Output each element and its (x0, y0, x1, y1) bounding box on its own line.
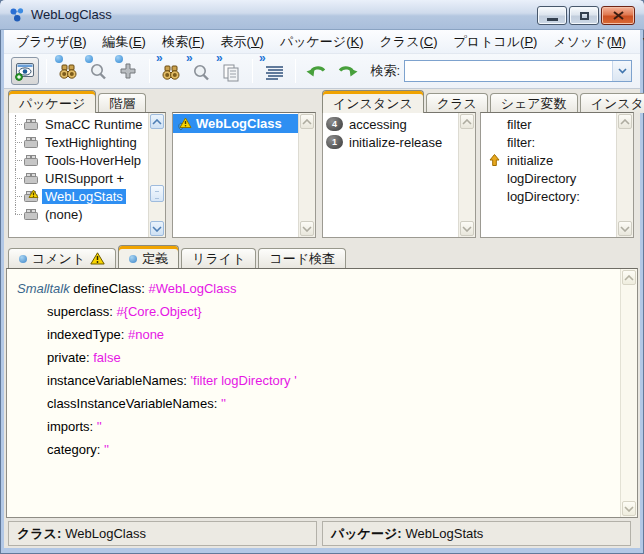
open-browser-button[interactable] (11, 57, 39, 85)
package-scrollbar[interactable] (148, 113, 165, 237)
method-label: logDirectory: (507, 189, 580, 204)
copy-references-icon (220, 60, 242, 82)
code-line: superclass: #{Core.Object} (17, 300, 620, 323)
tab-hierarchy[interactable]: 階層 (98, 93, 146, 113)
scroll-up-button[interactable] (300, 114, 314, 129)
tab-packages[interactable]: パッケージ (8, 90, 96, 113)
undo-button[interactable] (303, 57, 331, 85)
implementors-button[interactable]: » (157, 57, 185, 85)
scroll-up-button[interactable] (618, 114, 632, 129)
search-input[interactable] (405, 61, 612, 81)
package-label: SmaCC Runtime (42, 117, 146, 132)
tab-label: リライト (192, 250, 245, 268)
maximize-button[interactable] (569, 6, 599, 25)
scroll-up-button[interactable] (150, 114, 164, 129)
search-dropdown-button[interactable] (612, 61, 631, 81)
method-label: filter: (507, 135, 535, 150)
scrollbar-thumb[interactable] (150, 185, 164, 202)
menu-class[interactable]: クラスC (372, 30, 446, 54)
method-list-item[interactable]: filter: (481, 133, 616, 151)
method-list-item[interactable]: logDirectory (481, 169, 616, 187)
package-list-item[interactable]: (none) (9, 205, 148, 223)
class-dot-icon (85, 55, 93, 63)
package-list: SmaCC Runtime TextHighlighting Tools-Hov… (9, 113, 148, 237)
chevrons-icon: » (259, 52, 266, 64)
title-bar[interactable]: WebLogClass (0, 0, 644, 30)
menu-edit[interactable]: 編集E (95, 30, 154, 54)
method-list-item[interactable]: filter (481, 115, 616, 133)
method-count-badge: 1 (326, 135, 343, 149)
tab-label: インスタンス変数 (591, 95, 644, 113)
add-class-button[interactable] (114, 57, 142, 85)
class-scrollbar[interactable] (298, 113, 315, 237)
tab-instance[interactable]: インスタンス (322, 90, 424, 113)
class-list-item-selected[interactable]: WebLogClass (173, 114, 298, 133)
protocol-scrollbar[interactable] (458, 113, 475, 237)
scroll-down-button[interactable] (618, 221, 632, 236)
toolbar-separator (295, 59, 296, 83)
close-icon (613, 11, 624, 20)
class-list: WebLogClass (173, 113, 298, 237)
scroll-up-button[interactable] (622, 270, 636, 285)
package-list-item[interactable]: SmaCC Runtime (9, 115, 148, 133)
package-list-item[interactable]: URISupport + (9, 169, 148, 187)
redo-button[interactable] (333, 57, 361, 85)
scroll-up-button[interactable] (460, 114, 474, 129)
scroll-down-button[interactable] (622, 501, 636, 516)
package-list-pane: SmaCC Runtime TextHighlighting Tools-Hov… (8, 112, 166, 238)
scroll-down-button[interactable] (460, 221, 474, 236)
menu-tools[interactable]: ツール (634, 30, 644, 54)
tab-rewrite[interactable]: リライト (181, 248, 256, 268)
tab-comment[interactable]: コメント (8, 248, 116, 268)
status-class-label: クラス: (17, 525, 61, 543)
package-list-item-selected[interactable]: WebLogStats (9, 187, 148, 205)
method-list-button[interactable]: » (260, 57, 288, 85)
code-editor[interactable]: Smalltalk defineClass: #WebLogClass supe… (7, 269, 620, 517)
menu-method[interactable]: メソッドM (545, 30, 634, 54)
browse-class-button[interactable] (84, 57, 112, 85)
package-list-item[interactable]: TextHighlighting (9, 133, 148, 151)
menu-protocol[interactable]: プロトコルP (446, 30, 546, 54)
tab-definition[interactable]: 定義 (118, 245, 179, 268)
protocol-list-item[interactable]: 4 accessing (323, 115, 458, 133)
method-scrollbar[interactable] (616, 113, 633, 237)
tab-instance-variables[interactable]: インスタンス変数 (580, 93, 644, 113)
redo-icon (335, 60, 359, 82)
undo-icon (305, 60, 329, 82)
package-list-item[interactable]: Tools-HoverHelp (9, 151, 148, 169)
chevron-up-icon (462, 119, 472, 125)
scroll-down-button[interactable] (300, 221, 314, 236)
tab-label: シェア変数 (501, 95, 567, 113)
method-label: logDirectory (507, 171, 576, 186)
minimize-button[interactable] (537, 6, 567, 25)
toolbar-separator (46, 59, 47, 83)
senders-button[interactable]: » (187, 57, 215, 85)
method-label: initialize (507, 153, 553, 168)
menu-package[interactable]: パッケージK (272, 30, 372, 54)
find-class-button[interactable] (54, 57, 82, 85)
status-package-panel: パッケージ: WebLogStats (322, 521, 631, 546)
code-line: imports: '' (17, 415, 620, 438)
menu-browser[interactable]: ブラウザB (8, 30, 95, 54)
method-label: filter (507, 117, 532, 132)
tab-class[interactable]: クラス (426, 93, 488, 113)
method-list-item[interactable]: logDirectory: (481, 187, 616, 205)
method-count-badge: 4 (326, 117, 343, 131)
tab-shared-variables[interactable]: シェア変数 (490, 93, 578, 113)
search-label: 検索: (370, 62, 400, 80)
class-list-pane: WebLogClass (172, 112, 316, 238)
tab-code-critic[interactable]: コード検査 (258, 248, 346, 268)
method-list-item[interactable]: initialize (481, 151, 616, 169)
code-scrollbar[interactable] (620, 269, 637, 517)
close-button[interactable] (601, 6, 635, 25)
browse-class-icon (87, 60, 109, 82)
tree-line (11, 151, 23, 169)
toolbar-separator (252, 59, 253, 83)
menu-search[interactable]: 検索F (154, 30, 213, 54)
copy-references-button[interactable]: » (217, 57, 245, 85)
tab-label: 階層 (109, 95, 135, 113)
protocol-list-item[interactable]: 1 initialize-release (323, 133, 458, 151)
tab-label: クラス (437, 95, 477, 113)
scroll-down-button[interactable] (150, 221, 164, 236)
menu-view[interactable]: 表示V (213, 30, 272, 54)
